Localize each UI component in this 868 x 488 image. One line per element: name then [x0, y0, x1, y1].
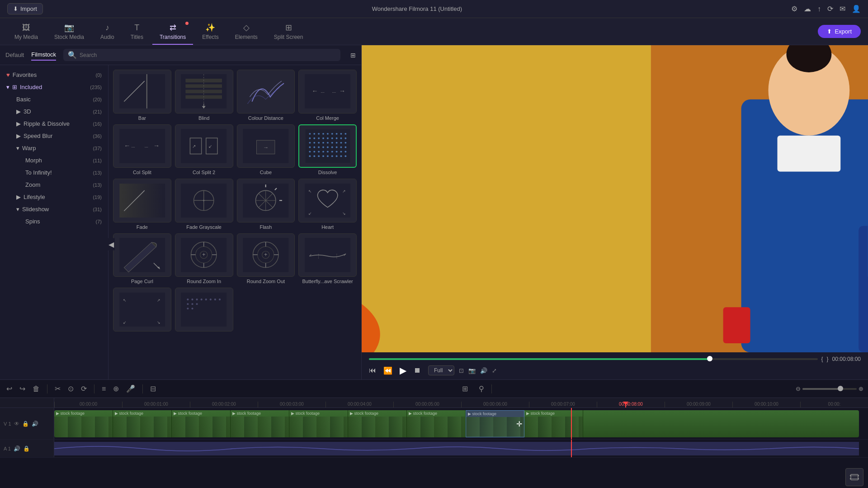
track-lock-v1[interactable]: 🔒: [22, 421, 29, 427]
magnet-button[interactable]: ⚲: [477, 384, 486, 394]
transition-heart[interactable]: ↖ ↗ ↙ ↘ Heart: [298, 179, 357, 230]
zoom-out-icon[interactable]: ⊖: [796, 385, 801, 392]
transition-col-split-2[interactable]: ↗ ↙ Col Split 2: [175, 124, 233, 175]
undo-button[interactable]: ↩: [5, 384, 14, 394]
sidebar-item-warp[interactable]: ▾ Warp (37): [0, 142, 108, 154]
sidebar-item-spins[interactable]: Spins (7): [0, 215, 108, 227]
video-clip-1[interactable]: ▶ stock footage: [54, 410, 113, 437]
tab-stock-media[interactable]: 📷 Stock Media: [47, 21, 91, 45]
transition-bar[interactable]: Bar: [113, 70, 171, 121]
stop-button[interactable]: ⏹: [414, 366, 421, 374]
track-audio-v1[interactable]: 🔊: [32, 421, 38, 427]
svg-text:↗: ↗: [342, 189, 346, 194]
tab-titles[interactable]: T Titles: [123, 21, 151, 45]
camera-icon[interactable]: 📷: [468, 367, 476, 374]
cut-button[interactable]: ✂: [53, 384, 62, 394]
video-clip-6[interactable]: ▶ stock footage: [348, 410, 407, 437]
sidebar-item-to-infinity[interactable]: To Infinity! (13): [0, 166, 108, 179]
transition-flash[interactable]: Flash: [237, 179, 295, 230]
playhead[interactable]: [625, 402, 626, 407]
progress-handle[interactable]: [707, 356, 712, 361]
video-clip-8[interactable]: ▶ stock footage ✛: [466, 410, 524, 437]
zoom-handle[interactable]: [838, 386, 843, 391]
redo-button[interactable]: ↪: [18, 384, 27, 394]
tab-audio[interactable]: ♪ Audio: [93, 21, 122, 45]
crop-button[interactable]: ⟳: [79, 384, 89, 394]
export-button[interactable]: ⬆ Export: [818, 25, 861, 38]
sidebar-item-zoom[interactable]: Zoom (13): [0, 179, 108, 191]
trash-button[interactable]: 🗑: [31, 384, 42, 394]
video-clip-7[interactable]: ▶ stock footage: [407, 410, 466, 437]
transition-dissolve[interactable]: Dissolve: [298, 124, 357, 175]
step-back-button[interactable]: ⏮: [369, 366, 376, 374]
transition-fade[interactable]: Fade: [113, 179, 171, 230]
sidebar-item-morph[interactable]: Morph (11): [0, 154, 108, 166]
zoom-in-icon[interactable]: ⊕: [859, 385, 863, 392]
play-button[interactable]: ▶: [400, 365, 406, 376]
transition-extra-1[interactable]: ↖ ↗ ↙ ↘: [113, 288, 171, 333]
video-clip-5[interactable]: ▶ stock footage: [289, 410, 348, 437]
audio-clip-a1[interactable]: [54, 442, 859, 455]
track-lock-a1[interactable]: 🔒: [23, 445, 30, 452]
tab-effects[interactable]: ✨ Effects: [195, 21, 226, 45]
sidebar-item-lifestyle[interactable]: ▶ Lifestyle (19): [0, 191, 108, 203]
sidebar-item-included[interactable]: ▾ ⊞ Included (235): [0, 81, 108, 93]
transition-round-zoom-out[interactable]: + Round Zoom Out: [237, 233, 295, 284]
video-clip-9[interactable]: ▶ stock footage: [524, 410, 583, 437]
transition-blind[interactable]: ⋮ Blind: [175, 70, 233, 121]
color-button[interactable]: ⊕: [111, 384, 121, 394]
caption-button[interactable]: ⊟: [148, 384, 158, 394]
cloud-icon[interactable]: ☁: [804, 5, 811, 13]
sidebar-item-speed-blur[interactable]: ▶ Speed Blur (36): [0, 130, 108, 142]
transition-colour-distance[interactable]: Colour Distance: [237, 70, 295, 121]
transition-col-merge[interactable]: ← --- --- → Col Merge: [298, 70, 357, 121]
upgrade-icon[interactable]: ↑: [817, 5, 821, 13]
grid-view-icon[interactable]: ⊞: [350, 52, 356, 59]
import-button[interactable]: ⬇ Import: [7, 3, 43, 14]
transition-cube[interactable]: → Cube: [237, 124, 295, 175]
refresh-icon[interactable]: ⟳: [827, 5, 833, 13]
tab-split-screen[interactable]: ⊞ Split Screen: [267, 21, 311, 45]
sidebar-item-favorites[interactable]: ♥ Favorites (0): [0, 69, 108, 81]
frame-back-button[interactable]: ⏪: [383, 366, 392, 375]
zoom-track[interactable]: [802, 388, 857, 390]
transition-round-zoom-in[interactable]: + Round Zoom In: [175, 233, 233, 284]
tab-transitions[interactable]: ⇄ Transitions: [152, 21, 193, 45]
search-input[interactable]: [80, 52, 336, 58]
add-track-button[interactable]: ⊞: [460, 384, 470, 394]
sidebar-item-ripple[interactable]: ▶ Ripple & Dissolve (16): [0, 118, 108, 130]
sidebar-item-3d[interactable]: ▶ 3D (21): [0, 105, 108, 118]
crop-icon[interactable]: ⊡: [459, 367, 464, 374]
video-clip-2[interactable]: ▶ stock footage: [113, 410, 172, 437]
tab-default[interactable]: Default: [5, 50, 24, 60]
sidebar-item-slideshow[interactable]: ▾ Slideshow (31): [0, 203, 108, 215]
transition-page-curl[interactable]: Page Curl: [113, 233, 171, 284]
tab-my-media[interactable]: 🖼 My Media: [7, 21, 45, 45]
grid-nav-arrow[interactable]: ◀: [108, 238, 115, 250]
message-icon[interactable]: ✉: [840, 5, 845, 13]
speed-button[interactable]: ≡: [100, 384, 108, 394]
video-clip-3[interactable]: ▶ stock footage: [172, 410, 231, 437]
quality-select[interactable]: Full 1/2 1/4: [428, 365, 454, 375]
sidebar-item-basic[interactable]: Basic (20): [0, 93, 108, 105]
mask-button[interactable]: ⊙: [66, 384, 75, 394]
progress-bar[interactable]: [369, 358, 818, 360]
audio-button[interactable]: 🎤: [124, 384, 137, 394]
account-icon[interactable]: 👤: [852, 5, 861, 13]
tab-elements[interactable]: ◇ Elements: [228, 21, 265, 45]
svg-point-79: [318, 155, 320, 157]
fullscreen-icon[interactable]: ⤢: [492, 367, 497, 374]
settings-icon[interactable]: ⚙: [791, 5, 797, 13]
transition-fade-grayscale[interactable]: + Fade Grayscale: [175, 179, 233, 230]
tab-filmstock[interactable]: Filmstock: [31, 49, 56, 61]
sidebar-spins-label: Spins: [25, 218, 40, 225]
video-clip-4[interactable]: ▶ stock footage: [231, 410, 289, 437]
svg-text:←: ←: [124, 142, 130, 149]
track-eye-v1[interactable]: 👁: [14, 421, 19, 427]
filmstrip-icon-btn[interactable]: [845, 468, 863, 486]
track-mute-a1[interactable]: 🔊: [14, 445, 20, 452]
transition-butterfly[interactable]: Butterfly...ave Scrawler: [298, 233, 357, 284]
transition-extra-2[interactable]: [175, 288, 233, 333]
transition-col-split[interactable]: ← --- --- → Col Split: [113, 124, 171, 175]
volume-icon[interactable]: 🔊: [480, 367, 487, 374]
